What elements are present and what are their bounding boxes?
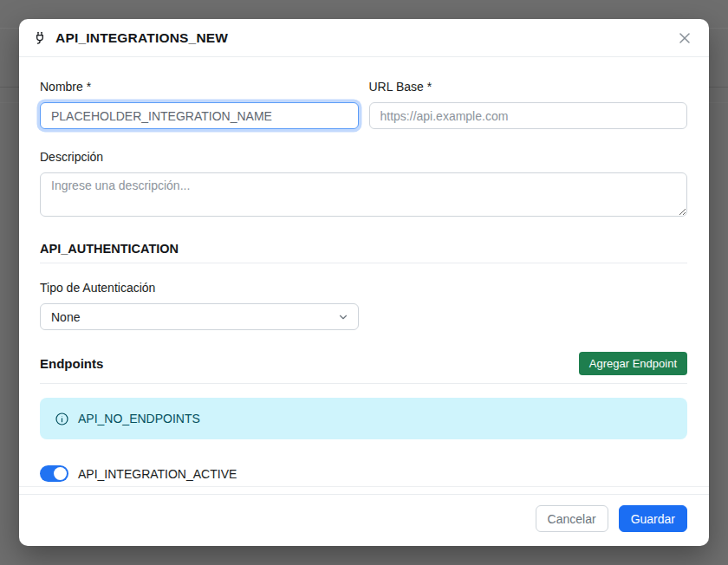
auth-section-title: API_AUTHENTICATION xyxy=(40,242,687,256)
close-icon[interactable] xyxy=(674,28,695,49)
name-input[interactable] xyxy=(40,102,359,129)
url-field-group: URL Base * xyxy=(369,80,688,129)
modal-body: Nombre * URL Base * Descripción API_AUTH… xyxy=(19,57,709,482)
body-end-divider xyxy=(19,486,709,487)
chevron-down-icon xyxy=(337,311,349,326)
no-endpoints-alert: API_NO_ENDPOINTS xyxy=(40,398,687,439)
name-url-row: Nombre * URL Base * xyxy=(40,80,687,129)
save-button[interactable]: Guardar xyxy=(619,505,687,532)
integration-active-toggle[interactable] xyxy=(40,465,68,482)
name-label: Nombre * xyxy=(40,80,359,94)
info-icon xyxy=(55,412,69,426)
modal-header: API_INTEGRATIONS_NEW xyxy=(19,19,709,57)
auth-type-select[interactable]: None xyxy=(40,303,359,330)
no-endpoints-message: API_NO_ENDPOINTS xyxy=(78,412,200,425)
endpoints-section-title: Endpoints xyxy=(40,356,103,371)
active-toggle-row: API_INTEGRATION_ACTIVE xyxy=(40,465,687,482)
modal-footer: Cancelar Guardar xyxy=(19,494,709,546)
endpoints-divider xyxy=(40,383,687,384)
url-base-input[interactable] xyxy=(369,102,688,129)
auth-section-divider xyxy=(40,263,687,263)
description-textarea[interactable] xyxy=(40,172,687,217)
url-base-label: URL Base * xyxy=(369,80,688,94)
add-endpoint-button[interactable]: Agregar Endpoint xyxy=(579,352,687,375)
plug-icon xyxy=(33,31,47,45)
modal-footer-wrap: Cancelar Guardar xyxy=(19,486,709,546)
description-label: Descripción xyxy=(40,150,687,164)
auth-type-selected-value: None xyxy=(51,310,80,324)
description-field-group: Descripción xyxy=(40,150,687,220)
modal-title: API_INTEGRATIONS_NEW xyxy=(55,30,228,46)
name-field-group: Nombre * xyxy=(40,80,359,129)
cancel-button[interactable]: Cancelar xyxy=(536,505,608,532)
toggle-knob xyxy=(54,467,67,480)
endpoints-header-row: Endpoints Agregar Endpoint xyxy=(40,352,687,375)
api-integration-modal: API_INTEGRATIONS_NEW Nombre * URL Base *… xyxy=(19,19,709,546)
integration-active-label: API_INTEGRATION_ACTIVE xyxy=(78,467,237,481)
auth-type-label: Tipo de Autenticación xyxy=(40,281,687,295)
